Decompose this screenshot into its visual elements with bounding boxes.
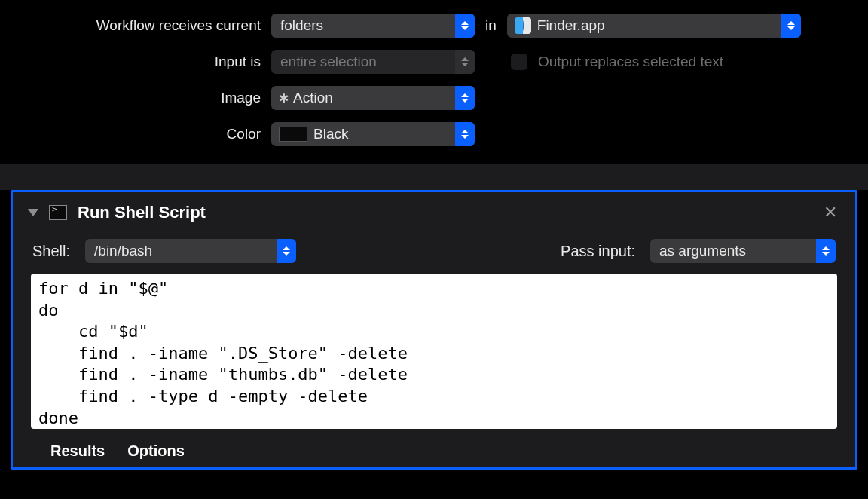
output-replaces-checkbox [511,54,527,70]
color-swatch-icon [279,127,307,142]
workflow-receives-label: Workflow receives current [45,17,261,34]
image-popup[interactable]: ✱ Action [271,86,475,110]
image-value: Action [293,90,455,106]
chevron-updown-icon [455,50,475,74]
terminal-icon [49,205,67,220]
receives-popup[interactable]: folders [271,14,475,38]
color-popup[interactable]: Black [271,122,475,146]
chevron-updown-icon [781,14,801,38]
in-label: in [485,17,497,34]
output-replaces-label: Output replaces selected text [538,54,723,70]
results-button[interactable]: Results [50,442,105,460]
finder-icon [515,17,531,34]
input-is-value: entire selection [271,54,455,70]
chevron-updown-icon [455,86,475,110]
chevron-updown-icon [816,239,836,263]
app-value: Finder.app [537,17,781,34]
script-textarea[interactable]: for d in "$@" do cd "$d" find . -iname "… [31,274,837,429]
disclosure-triangle-icon[interactable] [28,209,38,216]
input-is-label: Input is [45,54,261,70]
workflow-config: Workflow receives current folders in Fin… [0,0,868,164]
shell-label: Shell: [32,243,70,260]
color-label: Color [45,126,261,142]
run-shell-script-action: Run Shell Script ✕ Shell: /bin/bash Pass… [11,190,857,470]
workflow-strip [0,164,868,190]
chevron-updown-icon [277,239,296,263]
pass-input-popup[interactable]: as arguments [650,239,836,263]
gear-icon: ✱ [279,91,289,106]
shell-popup[interactable]: /bin/bash [85,239,296,263]
pass-input-value: as arguments [650,243,816,259]
close-icon[interactable]: ✕ [821,203,840,222]
app-popup[interactable]: Finder.app [507,14,801,38]
input-is-popup: entire selection [271,50,475,74]
options-button[interactable]: Options [127,442,185,460]
chevron-updown-icon [455,14,475,38]
pass-input-label: Pass input: [561,243,635,260]
action-title: Run Shell Script [78,203,206,222]
image-label: Image [45,90,261,106]
shell-value: /bin/bash [85,243,277,259]
color-value: Black [313,126,455,142]
receives-value: folders [271,17,455,34]
chevron-updown-icon [455,122,475,146]
